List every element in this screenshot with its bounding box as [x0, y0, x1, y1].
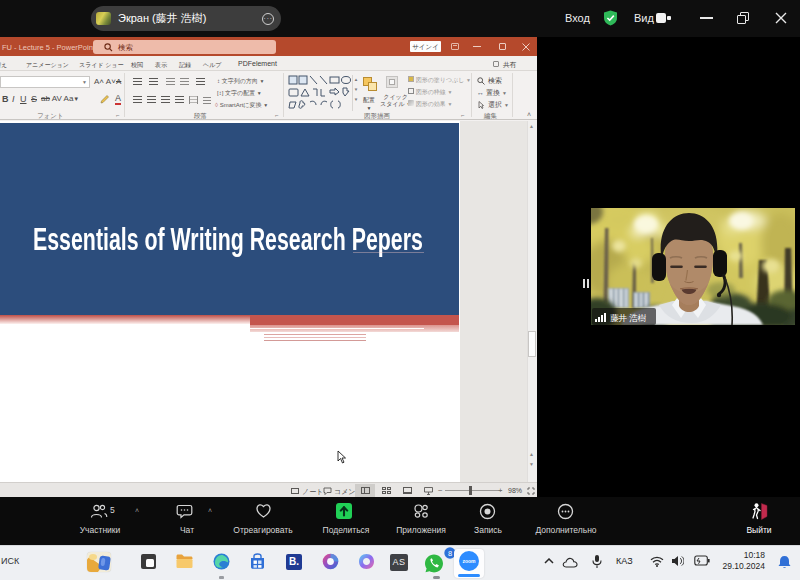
svg-text:8: 8 — [448, 549, 452, 558]
